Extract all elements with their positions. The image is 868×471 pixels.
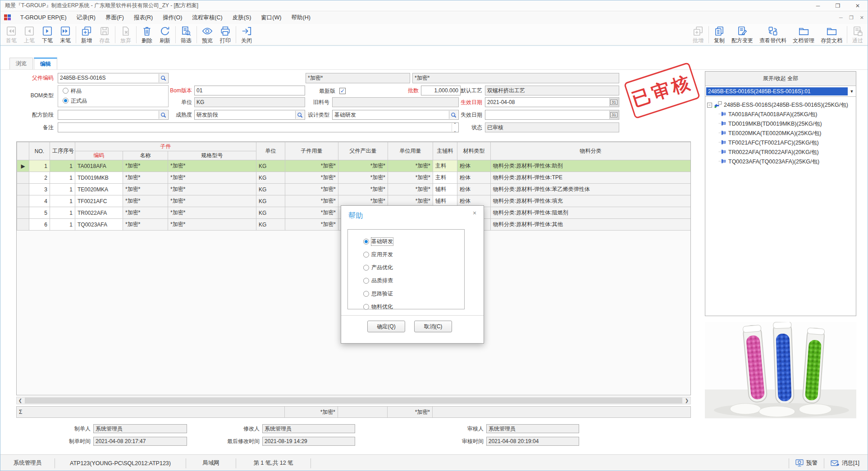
cell-unit-qty[interactable]: *加密* (388, 172, 433, 184)
cell-parent-output[interactable]: *加密* (338, 184, 388, 195)
cell-material-type[interactable]: 粉体 (457, 160, 491, 172)
cell-name[interactable]: *加密* (123, 184, 168, 195)
col-unit[interactable]: 单位 (256, 142, 285, 160)
cell-name[interactable]: *加密* (123, 172, 168, 184)
formula-change-button[interactable]: 配方变更 (728, 24, 756, 45)
tree-item[interactable]: TR0022AFA(TR0022AFA)(20KG/包) (707, 148, 854, 157)
menu-operation[interactable]: 操作(O) (158, 12, 187, 23)
option-idea-validation[interactable]: 思路验证 (363, 287, 464, 300)
filter-button[interactable]: 筛选 (177, 24, 195, 45)
delete-button[interactable]: 删除 (138, 24, 156, 45)
refresh-button[interactable]: 刷新 (156, 24, 174, 45)
menu-record[interactable]: 记录(R) (72, 12, 100, 23)
tree-item[interactable]: TQ0023AFA(TQ0023AFA)(25KG/包) (707, 157, 854, 167)
bom-version-combo[interactable]: 2485B-ESS-0016S(2485B-ESS-0016S):01 ▼ (705, 86, 856, 97)
window-restore-icon[interactable]: ❐ (828, 0, 848, 11)
latest-version-checkbox[interactable]: ✓ (339, 87, 346, 94)
cell-seq[interactable]: 1 (50, 184, 75, 195)
cell-code[interactable]: TE0020MKA (75, 184, 123, 195)
cell-spec[interactable]: *加密* (168, 219, 256, 231)
calendar-icon[interactable]: 31 (609, 98, 618, 106)
cell-no[interactable]: 6 (29, 219, 50, 231)
table-row[interactable]: 3 1 TE0020MKA *加密* *加密* KG *加密* *加密* *加密… (17, 184, 691, 195)
window-close-icon[interactable]: ✕ (848, 0, 868, 11)
cell-parent-output[interactable]: *加密* (338, 160, 388, 172)
add-button[interactable]: 新增 (78, 24, 96, 45)
preview-button[interactable]: 预览 (198, 24, 216, 45)
calendar-icon[interactable]: 31 (609, 111, 618, 119)
cancel-button[interactable]: 取消(C) (414, 321, 452, 332)
design-type-field[interactable]: 基础研发 (332, 110, 459, 120)
effective-date-field[interactable]: 2021-04-08 31 (485, 97, 619, 107)
cell-spec[interactable]: *加密* (168, 184, 256, 195)
cell-spec[interactable]: *加密* (168, 195, 256, 207)
tree-item[interactable]: TA0018AFA(TA0018AFA)(25KG/包) (707, 110, 854, 119)
cell-qty[interactable]: *加密* (285, 160, 338, 172)
cell-seq[interactable]: 1 (50, 207, 75, 219)
cell-material-type[interactable]: 粉体 (457, 172, 491, 184)
col-name[interactable]: 名称 (123, 151, 168, 160)
cell-name[interactable]: *加密* (123, 195, 168, 207)
close-form-button[interactable]: 关闭 (238, 24, 256, 45)
cell-no[interactable]: 1 (29, 160, 50, 172)
doc-manage-button[interactable]: 文档管理 (790, 24, 818, 45)
menu-help[interactable]: 帮助(H) (287, 12, 315, 23)
menu-window[interactable]: 窗口(W) (256, 12, 286, 23)
remark-field[interactable]: ▲▼ (58, 122, 459, 132)
view-substitute-button[interactable]: 查看替代料 (756, 24, 790, 45)
col-group-child[interactable]: 子件 (75, 142, 256, 151)
tree-item[interactable]: TD0019MKB(TD0019MKB)(25KG/包) (707, 119, 854, 129)
cell-unit[interactable]: KG (256, 172, 285, 184)
cell-category[interactable]: 物料分类:原材料-弹性体:阻燃剂 (491, 207, 691, 219)
copy-button[interactable]: 复制 (710, 24, 728, 45)
col-parent-output[interactable]: 父件产出量 (338, 142, 388, 160)
cell-no[interactable]: 3 (29, 184, 50, 195)
col-category[interactable]: 物料分类 (491, 142, 691, 160)
cell-no[interactable]: 2 (29, 172, 50, 184)
cell-unit[interactable]: KG (256, 184, 285, 195)
combo-dropdown-icon[interactable]: ▼ (848, 89, 856, 94)
scroll-right-icon[interactable]: ❯ (683, 398, 690, 403)
col-unit-qty[interactable]: 单位用量 (388, 142, 433, 160)
expand-collapse-all-button[interactable]: 展开/收起 全部 (705, 72, 856, 86)
window-minimize-icon[interactable]: ─ (808, 0, 828, 11)
option-application-dev[interactable]: 应用开发 (363, 248, 464, 261)
mdi-close-icon[interactable]: ✕ (860, 15, 864, 21)
formula-stage-field[interactable] (58, 110, 169, 120)
stock-doc-button[interactable]: 存货文档 (818, 24, 845, 45)
cell-no[interactable]: 4 (29, 195, 50, 207)
cell-category[interactable]: 物料分类:原材料-弹性体:助剂 (491, 160, 691, 172)
cell-name[interactable]: *加密* (123, 219, 168, 231)
bom-version-field[interactable]: 01 (194, 86, 305, 95)
cell-seq[interactable]: 1 (50, 195, 75, 207)
bom-type-option-sample[interactable]: 样品 (63, 87, 82, 95)
cell-main-aux[interactable]: 主料 (433, 172, 457, 184)
table-row[interactable]: ▶ 1 1 TA0018AFA *加密* *加密* KG *加密* *加密* *… (17, 160, 691, 172)
mdi-restore-icon[interactable]: ❐ (849, 15, 854, 21)
cell-qty[interactable]: *加密* (285, 219, 338, 231)
bom-type-option-formal[interactable]: 正式品 (63, 97, 87, 105)
cell-code[interactable]: TF0021AFC (75, 195, 123, 207)
cell-unit-qty[interactable]: *加密* (388, 160, 433, 172)
option-quality-check[interactable]: 品质排查 (363, 274, 464, 287)
cell-category[interactable]: 物料分类:原材料-弹性体:填充 (491, 195, 691, 207)
cell-category[interactable]: 物料分类:原材料-弹性体:TPE (491, 172, 691, 184)
cell-name[interactable]: *加密* (123, 207, 168, 219)
cell-code[interactable]: TA0018AFA (75, 160, 123, 172)
option-basic-research[interactable]: 基础研发 (363, 235, 464, 248)
menu-interface[interactable]: 界面(F) (101, 12, 128, 23)
col-material-type[interactable]: 材料类型 (457, 142, 491, 160)
maturity-field[interactable]: 研发阶段 (194, 110, 305, 120)
cell-code[interactable]: TD0019MKB (75, 172, 123, 184)
cell-main-aux[interactable]: 主料 (433, 160, 457, 172)
menu-report[interactable]: 报表(R) (129, 12, 157, 23)
option-product-optimization[interactable]: 产品优化 (363, 261, 464, 274)
tree-root-item[interactable]: − 2485B-ESS-0016S(2485B-ESS-0016S)(25KG/… (707, 100, 854, 110)
tab-browse[interactable]: 浏览 (9, 58, 33, 70)
cell-code[interactable]: TQ0023AFA (75, 219, 123, 231)
cell-no[interactable]: 5 (29, 207, 50, 219)
col-spec[interactable]: 规格型号 (168, 151, 256, 160)
col-main-aux[interactable]: 主辅料 (433, 142, 457, 160)
design-type-lookup-icon[interactable] (449, 111, 458, 119)
tree-item[interactable]: TE0020MKA(TE0020MKA)(25KG/包) (707, 129, 854, 138)
